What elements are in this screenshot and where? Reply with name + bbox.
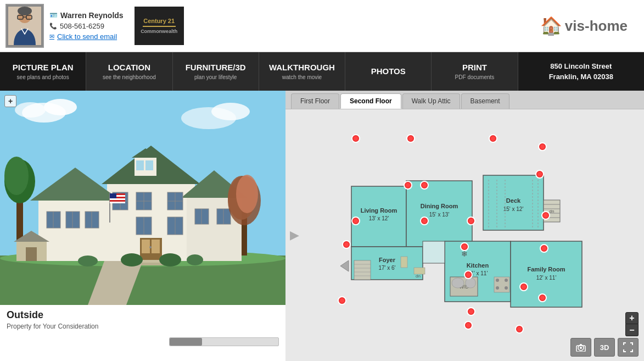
nav-furniture3d[interactable]: FURNITURE/3D plan your lifestyle	[173, 52, 259, 91]
cam-dot-4[interactable]	[538, 142, 547, 151]
right-panel: First Floor Second Floor Walk Up Attic B…	[285, 91, 644, 361]
svg-text:12' x 11': 12' x 11'	[536, 275, 557, 281]
cam-dot-20[interactable]	[464, 321, 473, 330]
cam-dot-13[interactable]	[460, 242, 469, 251]
cam-dot-14[interactable]	[540, 244, 548, 253]
svg-point-65	[236, 175, 258, 213]
vishome-logo-text: vis-home	[565, 18, 628, 35]
camera-view-button[interactable]	[570, 338, 591, 357]
svg-point-2	[18, 7, 32, 15]
cam-dot-1[interactable]	[351, 134, 360, 143]
cam-dot-16[interactable]	[519, 282, 528, 291]
house-svg	[0, 91, 285, 305]
zoom-minus-button[interactable]: −	[625, 324, 639, 336]
floor-tabs: First Floor Second Floor Walk Up Attic B…	[285, 91, 644, 109]
floor-plan-svg: Living Room 13' x 12' Dining Room 15' x …	[335, 115, 626, 318]
email-icon: ✉	[49, 33, 54, 40]
caption-title: Outside	[7, 309, 279, 321]
svg-text:15' x 13': 15' x 13'	[429, 212, 450, 218]
cam-dot-19[interactable]	[538, 293, 547, 302]
tab-basement[interactable]: Basement	[461, 93, 509, 109]
svg-rect-26	[145, 160, 153, 170]
svg-point-16	[4, 157, 29, 195]
svg-text:dn: dn	[416, 274, 421, 279]
left-panel: + Outside Property for Your Consideratio…	[0, 91, 285, 361]
zoom-controls: + −	[625, 312, 639, 336]
svg-point-115	[496, 279, 499, 282]
svg-point-125	[580, 347, 582, 349]
cam-dot-9[interactable]	[420, 216, 429, 225]
nav-bar: PICTURE PLAN see plans and photos LOCATI…	[0, 52, 644, 91]
nav-walkthrough[interactable]: WALKTHROUGH watch the movie	[259, 52, 345, 91]
caption-bar: Outside Property for Your Consideration	[0, 305, 285, 335]
agent-email[interactable]: ✉ Click to send email	[49, 32, 124, 41]
svg-text:Dining Room: Dining Room	[421, 203, 458, 209]
cam-dot-10[interactable]	[467, 216, 475, 225]
svg-rect-123	[423, 241, 445, 263]
zoom-in-button[interactable]: +	[4, 95, 16, 107]
svg-point-118	[505, 286, 508, 290]
nav-picture-plan[interactable]: PICTURE PLAN see plans and photos	[0, 52, 86, 91]
cam-dot-18[interactable]	[467, 307, 475, 316]
floor-plan-area: ▶ Living Room 13' x 12' Dining Room 15' …	[285, 109, 644, 361]
cam-dot-2[interactable]	[406, 134, 415, 143]
tab-first-floor[interactable]: First Floor	[291, 93, 339, 109]
nav-photos[interactable]: PHOTOS	[345, 52, 432, 91]
svg-marker-127	[579, 344, 583, 346]
svg-point-117	[496, 286, 499, 290]
svg-rect-113	[466, 278, 475, 288]
nav-location[interactable]: LOCATION see the neighborhood	[86, 52, 172, 91]
agent-info: 🪪 Warren Reynolds 📞 508-561-6259 ✉ Click…	[49, 11, 124, 41]
svg-point-8	[44, 99, 77, 115]
svg-rect-25	[136, 160, 144, 170]
tool-buttons: 3D	[570, 338, 639, 357]
fullscreen-button[interactable]	[618, 338, 639, 357]
svg-text:Living Room: Living Room	[361, 207, 397, 214]
agent-photo	[5, 4, 44, 48]
cam-dot-5[interactable]	[535, 170, 544, 179]
nav-address: 850 Lincoln StreetFranklin, MA 02038	[518, 52, 644, 91]
svg-rect-103	[401, 257, 407, 268]
svg-point-43	[149, 246, 152, 248]
cam-dot-11[interactable]	[541, 211, 550, 220]
progress-bar	[169, 337, 279, 346]
cam-dot-8[interactable]	[351, 216, 360, 225]
cam-dot-7[interactable]	[420, 181, 429, 190]
nav-arrow-left[interactable]: ▶	[290, 228, 299, 242]
cam-dot-15[interactable]	[464, 270, 473, 279]
zoom-plus-button[interactable]: +	[625, 312, 639, 324]
svg-point-11	[211, 103, 250, 120]
nav-print[interactable]: PRINT PDF documents	[432, 52, 518, 91]
tab-second-floor[interactable]: Second Floor	[340, 93, 401, 109]
agent-phone: 📞 508-561-6259	[49, 22, 124, 30]
svg-rect-73	[26, 247, 37, 261]
agent-name: 🪪 Warren Reynolds	[49, 11, 124, 20]
svg-rect-59	[110, 198, 125, 200]
svg-rect-17	[38, 201, 115, 261]
cam-dot-3[interactable]	[489, 134, 497, 143]
svg-rect-41	[142, 240, 150, 253]
header: 🪪 Warren Reynolds 📞 508-561-6259 ✉ Click…	[0, 0, 644, 52]
svg-rect-98	[354, 260, 371, 280]
brokerage-name-line1: Century 21	[143, 18, 175, 24]
svg-rect-61	[110, 193, 116, 198]
vishome-logo-icon: 🏠	[540, 15, 562, 36]
caption-subtitle: Property for Your Consideration	[7, 323, 279, 330]
svg-text:17' x 6': 17' x 6'	[378, 265, 395, 271]
svg-point-69	[187, 254, 203, 265]
tab-walk-up-attic[interactable]: Walk Up Attic	[402, 93, 460, 109]
main-content: + Outside Property for Your Consideratio…	[0, 91, 644, 361]
house-image: +	[0, 91, 285, 305]
svg-rect-42	[152, 240, 160, 253]
svg-text:Kitchen: Kitchen	[467, 262, 489, 269]
cam-dot-12[interactable]	[342, 240, 351, 249]
svg-point-68	[159, 253, 181, 266]
caption-bottom	[0, 335, 285, 349]
svg-text:Deck: Deck	[506, 197, 521, 204]
cam-dot-6[interactable]	[404, 181, 412, 190]
3d-view-button[interactable]: 3D	[594, 338, 615, 357]
vishome-logo: 🏠 vis-home	[540, 15, 639, 36]
cam-dot-21[interactable]	[515, 325, 524, 334]
svg-point-70	[78, 256, 98, 266]
cam-dot-17[interactable]	[338, 296, 346, 305]
